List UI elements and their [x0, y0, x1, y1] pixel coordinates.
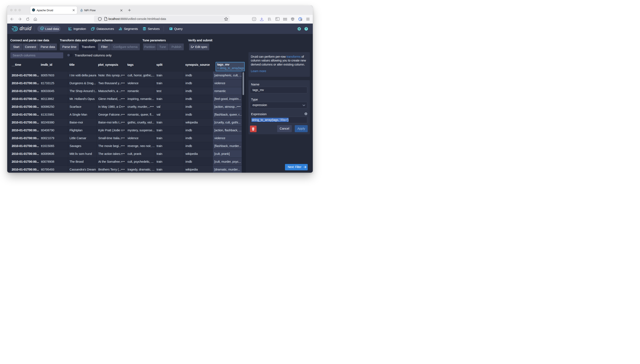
svg-text:?: ? — [305, 27, 307, 30]
svg-text:LO: LO — [292, 18, 294, 20]
